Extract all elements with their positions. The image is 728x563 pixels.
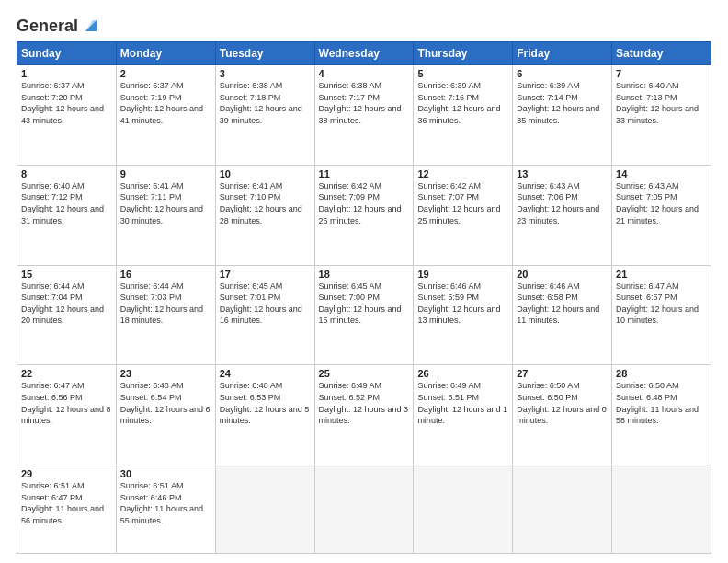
table-row: 9Sunrise: 6:41 AMSunset: 7:11 PMDaylight… xyxy=(116,165,215,265)
calendar-week-3: 22Sunrise: 6:47 AMSunset: 6:56 PMDayligh… xyxy=(17,365,711,465)
table-row: 10Sunrise: 6:41 AMSunset: 7:10 PMDayligh… xyxy=(215,165,314,265)
table-row xyxy=(513,465,612,554)
calendar-week-2: 15Sunrise: 6:44 AMSunset: 7:04 PMDayligh… xyxy=(17,265,711,365)
table-row: 13Sunrise: 6:43 AMSunset: 7:06 PMDayligh… xyxy=(513,165,612,265)
table-row: 23Sunrise: 6:48 AMSunset: 6:54 PMDayligh… xyxy=(116,365,215,465)
day-detail: Sunrise: 6:49 AMSunset: 6:52 PMDaylight:… xyxy=(319,380,410,426)
day-number: 24 xyxy=(220,368,311,379)
day-detail: Sunrise: 6:39 AMSunset: 7:16 PMDaylight:… xyxy=(417,80,508,126)
table-row: 1Sunrise: 6:37 AMSunset: 7:20 PMDaylight… xyxy=(17,65,117,166)
table-row: 5Sunrise: 6:39 AMSunset: 7:16 PMDaylight… xyxy=(414,65,513,166)
day-number: 29 xyxy=(21,468,112,479)
day-detail: Sunrise: 6:43 AMSunset: 7:05 PMDaylight:… xyxy=(616,180,707,226)
col-wednesday: Wednesday xyxy=(314,42,414,65)
day-detail: Sunrise: 6:46 AMSunset: 6:58 PMDaylight:… xyxy=(517,281,608,327)
day-detail: Sunrise: 6:38 AMSunset: 7:17 PMDaylight:… xyxy=(319,80,410,126)
day-number: 3 xyxy=(220,68,311,79)
table-row: 28Sunrise: 6:50 AMSunset: 6:48 PMDayligh… xyxy=(612,365,711,465)
col-thursday: Thursday xyxy=(414,42,513,65)
day-detail: Sunrise: 6:47 AMSunset: 6:57 PMDaylight:… xyxy=(616,281,707,327)
svg-marker-1 xyxy=(85,20,97,31)
table-row: 27Sunrise: 6:50 AMSunset: 6:50 PMDayligh… xyxy=(513,365,612,465)
col-friday: Friday xyxy=(513,42,612,65)
col-tuesday: Tuesday xyxy=(215,42,314,65)
day-detail: Sunrise: 6:41 AMSunset: 7:10 PMDaylight:… xyxy=(220,180,311,226)
calendar-week-4: 29Sunrise: 6:51 AMSunset: 6:47 PMDayligh… xyxy=(17,465,711,554)
table-row: 7Sunrise: 6:40 AMSunset: 7:13 PMDaylight… xyxy=(612,65,711,166)
day-detail: Sunrise: 6:42 AMSunset: 7:07 PMDaylight:… xyxy=(417,180,508,226)
day-detail: Sunrise: 6:51 AMSunset: 6:46 PMDaylight:… xyxy=(120,480,211,526)
day-number: 5 xyxy=(417,68,508,79)
table-row: 2Sunrise: 6:37 AMSunset: 7:19 PMDaylight… xyxy=(116,65,215,166)
day-number: 10 xyxy=(220,168,311,179)
day-detail: Sunrise: 6:40 AMSunset: 7:12 PMDaylight:… xyxy=(21,180,112,226)
day-number: 21 xyxy=(616,269,707,280)
day-number: 9 xyxy=(120,168,211,179)
table-row: 15Sunrise: 6:44 AMSunset: 7:04 PMDayligh… xyxy=(17,265,117,365)
day-number: 26 xyxy=(417,368,508,379)
calendar-week-0: 1Sunrise: 6:37 AMSunset: 7:20 PMDaylight… xyxy=(17,65,711,166)
day-number: 13 xyxy=(517,168,608,179)
day-detail: Sunrise: 6:47 AMSunset: 6:56 PMDaylight:… xyxy=(21,380,112,426)
day-detail: Sunrise: 6:50 AMSunset: 6:50 PMDaylight:… xyxy=(517,380,608,426)
table-row xyxy=(314,465,414,554)
day-detail: Sunrise: 6:43 AMSunset: 7:06 PMDaylight:… xyxy=(517,180,608,226)
day-number: 20 xyxy=(517,269,608,280)
table-row: 8Sunrise: 6:40 AMSunset: 7:12 PMDaylight… xyxy=(17,165,117,265)
day-detail: Sunrise: 6:39 AMSunset: 7:14 PMDaylight:… xyxy=(517,80,608,126)
day-detail: Sunrise: 6:48 AMSunset: 6:53 PMDaylight:… xyxy=(220,380,311,426)
day-number: 19 xyxy=(417,269,508,280)
table-row: 21Sunrise: 6:47 AMSunset: 6:57 PMDayligh… xyxy=(612,265,711,365)
page: General Sunday Monday Tuesday Wednesday xyxy=(0,0,728,563)
col-sunday: Sunday xyxy=(17,42,117,65)
logo: General xyxy=(17,17,100,32)
table-row: 17Sunrise: 6:45 AMSunset: 7:01 PMDayligh… xyxy=(215,265,314,365)
table-row: 22Sunrise: 6:47 AMSunset: 6:56 PMDayligh… xyxy=(17,365,117,465)
calendar-table: Sunday Monday Tuesday Wednesday Thursday… xyxy=(17,41,711,554)
day-number: 2 xyxy=(120,68,211,79)
table-row: 4Sunrise: 6:38 AMSunset: 7:17 PMDaylight… xyxy=(314,65,414,166)
table-row: 26Sunrise: 6:49 AMSunset: 6:51 PMDayligh… xyxy=(414,365,513,465)
table-row: 25Sunrise: 6:49 AMSunset: 6:52 PMDayligh… xyxy=(314,365,414,465)
day-number: 12 xyxy=(417,168,508,179)
table-row: 6Sunrise: 6:39 AMSunset: 7:14 PMDaylight… xyxy=(513,65,612,166)
day-number: 16 xyxy=(120,269,211,280)
day-detail: Sunrise: 6:37 AMSunset: 7:19 PMDaylight:… xyxy=(120,80,211,126)
day-number: 1 xyxy=(21,68,112,79)
calendar-body: 1Sunrise: 6:37 AMSunset: 7:20 PMDaylight… xyxy=(17,65,711,554)
table-row: 20Sunrise: 6:46 AMSunset: 6:58 PMDayligh… xyxy=(513,265,612,365)
day-number: 27 xyxy=(517,368,608,379)
day-detail: Sunrise: 6:38 AMSunset: 7:18 PMDaylight:… xyxy=(220,80,311,126)
day-number: 22 xyxy=(21,368,112,379)
day-detail: Sunrise: 6:51 AMSunset: 6:47 PMDaylight:… xyxy=(21,480,112,526)
table-row xyxy=(414,465,513,554)
day-number: 17 xyxy=(220,269,311,280)
header-row: Sunday Monday Tuesday Wednesday Thursday… xyxy=(17,42,711,65)
col-monday: Monday xyxy=(116,42,215,65)
day-detail: Sunrise: 6:45 AMSunset: 7:00 PMDaylight:… xyxy=(319,281,410,327)
day-detail: Sunrise: 6:37 AMSunset: 7:20 PMDaylight:… xyxy=(21,80,112,126)
table-row: 11Sunrise: 6:42 AMSunset: 7:09 PMDayligh… xyxy=(314,165,414,265)
logo-general-text: General xyxy=(17,17,78,36)
table-row: 24Sunrise: 6:48 AMSunset: 6:53 PMDayligh… xyxy=(215,365,314,465)
table-row: 14Sunrise: 6:43 AMSunset: 7:05 PMDayligh… xyxy=(612,165,711,265)
day-detail: Sunrise: 6:42 AMSunset: 7:09 PMDaylight:… xyxy=(319,180,410,226)
day-number: 25 xyxy=(319,368,410,379)
day-number: 11 xyxy=(319,168,410,179)
day-number: 7 xyxy=(616,68,707,79)
day-number: 4 xyxy=(319,68,410,79)
day-detail: Sunrise: 6:50 AMSunset: 6:48 PMDaylight:… xyxy=(616,380,707,426)
day-number: 15 xyxy=(21,269,112,280)
day-number: 28 xyxy=(616,368,707,379)
calendar-header: Sunday Monday Tuesday Wednesday Thursday… xyxy=(17,42,711,65)
table-row: 18Sunrise: 6:45 AMSunset: 7:00 PMDayligh… xyxy=(314,265,414,365)
table-row: 16Sunrise: 6:44 AMSunset: 7:03 PMDayligh… xyxy=(116,265,215,365)
day-number: 23 xyxy=(120,368,211,379)
table-row: 29Sunrise: 6:51 AMSunset: 6:47 PMDayligh… xyxy=(17,465,117,554)
table-row xyxy=(612,465,711,554)
table-row: 3Sunrise: 6:38 AMSunset: 7:18 PMDaylight… xyxy=(215,65,314,166)
table-row xyxy=(215,465,314,554)
header: General xyxy=(17,17,711,32)
logo-icon xyxy=(80,15,100,35)
day-detail: Sunrise: 6:40 AMSunset: 7:13 PMDaylight:… xyxy=(616,80,707,126)
